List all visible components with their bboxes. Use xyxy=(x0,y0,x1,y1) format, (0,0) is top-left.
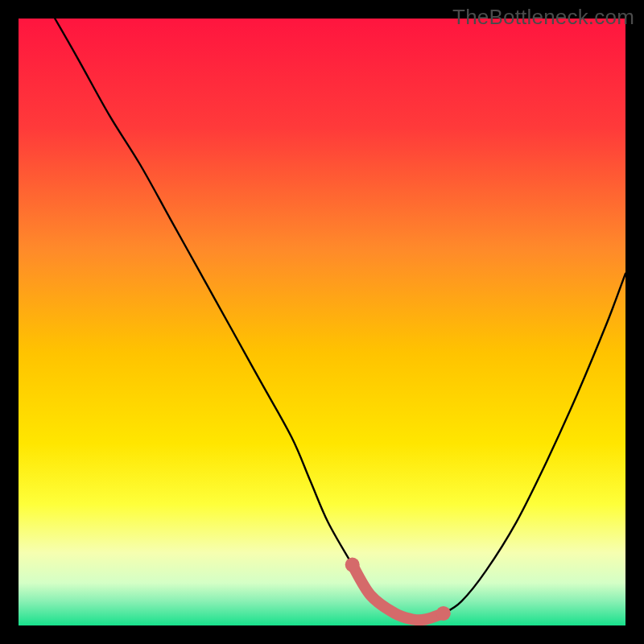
highlight-segment xyxy=(353,565,444,621)
bottleneck-curve xyxy=(55,19,625,620)
plot-area xyxy=(19,19,625,625)
curve-layer xyxy=(19,19,625,625)
highlight-dot-left xyxy=(345,558,360,572)
chart-frame: TheBottleneck.com xyxy=(0,0,644,644)
watermark-text: TheBottleneck.com xyxy=(452,5,634,30)
highlight-dot-right xyxy=(436,606,451,621)
